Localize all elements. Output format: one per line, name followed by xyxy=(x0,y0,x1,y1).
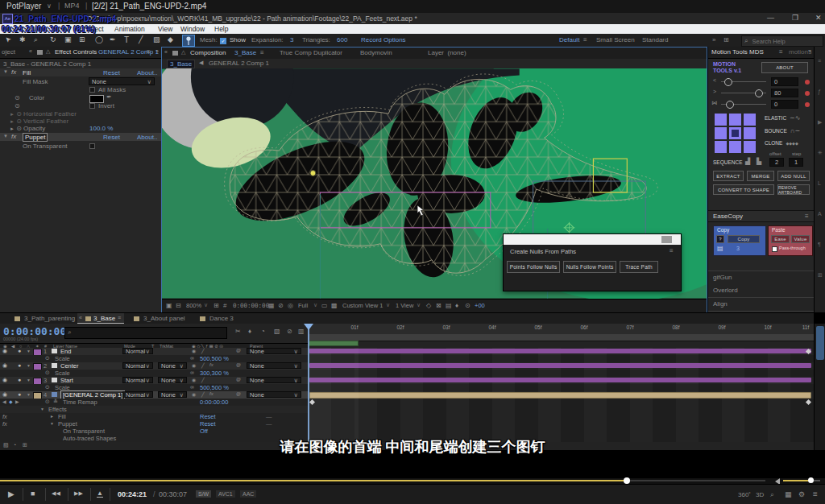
scale-value[interactable]: 500,500 % xyxy=(200,384,229,391)
resolution-value[interactable]: Full xyxy=(298,302,308,309)
ease-button[interactable]: Ease xyxy=(771,235,790,243)
eraser-tool-icon[interactable]: ◆ xyxy=(168,35,173,43)
anchor-bottom-right[interactable] xyxy=(744,141,756,153)
fast-previews-icon[interactable]: ⊠ xyxy=(436,302,442,309)
stopwatch-icon[interactable]: ⊙ xyxy=(45,384,50,390)
dock-info-icon[interactable]: ≡ xyxy=(818,58,821,64)
record-dot[interactable] xyxy=(805,91,810,96)
eyedropper-icon[interactable]: ✒ xyxy=(106,93,112,101)
anchor-bottom-left[interactable] xyxy=(715,141,727,153)
vr-360-button[interactable]: 360˚ xyxy=(738,491,751,498)
menu-view[interactable]: View xyxy=(158,25,172,33)
stamp-tool-icon[interactable]: ▨ xyxy=(153,35,160,43)
workspace-menu-icon[interactable]: ≡ xyxy=(583,36,587,43)
panel-menu-icon[interactable]: ≡ xyxy=(118,315,121,320)
stopwatch-icon[interactable]: ⊙ xyxy=(45,355,50,361)
roi-icon[interactable]: ▭ xyxy=(321,302,328,309)
playlist-search-icon[interactable]: ⌕ xyxy=(770,490,774,499)
anchor-top-center[interactable] xyxy=(729,114,741,126)
dock-effects-icon[interactable]: ✳ xyxy=(818,150,823,156)
timeline-tab-base[interactable]: « 3_Base ≡ xyxy=(77,313,124,324)
maximize-icon[interactable]: ❐ xyxy=(792,14,798,22)
tab-effect-controls[interactable]: Effect Controls xyxy=(55,48,97,56)
menu-animation[interactable]: Animation xyxy=(114,25,145,33)
chevron-down-icon[interactable]: ∨ xyxy=(47,2,52,10)
tab-composition[interactable]: Composition xyxy=(190,49,226,56)
points-follow-nulls-button[interactable]: Points Follow Nulls xyxy=(507,261,560,273)
scale-label[interactable]: Scale xyxy=(55,355,70,362)
puppet-effect-name[interactable]: Puppet xyxy=(23,133,48,142)
fill-effect-row[interactable]: ▼ fx Fill Reset About.. xyxy=(0,68,161,76)
breadcrumb-active[interactable]: 3_Base xyxy=(167,60,195,68)
keyframe-icon[interactable] xyxy=(806,399,811,405)
dialog-close-icon[interactable] xyxy=(661,236,672,243)
layer-bar-general-comp[interactable] xyxy=(309,392,811,399)
puppet-effect-row[interactable]: ▼ fx Puppet Reset About.. xyxy=(0,133,161,141)
timeline-scrollbar[interactable] xyxy=(814,324,825,450)
anchor-center[interactable] xyxy=(729,127,741,139)
fill-reset-link[interactable]: Reset xyxy=(200,413,216,420)
fill-reset-link[interactable]: Reset xyxy=(103,69,120,76)
parent-pickwhip-icon[interactable]: @ xyxy=(236,348,241,353)
keyframe-nav-next-icon[interactable]: ▶ xyxy=(15,399,19,404)
panel-overlord[interactable]: Overlord xyxy=(708,284,815,298)
trkmat-dropdown[interactable]: None∨ xyxy=(158,391,187,398)
record-dot[interactable] xyxy=(805,102,810,107)
panel-menu-icon[interactable]: ≡ xyxy=(805,213,809,220)
render-badge[interactable]: S/W xyxy=(196,490,211,498)
tab-close-icon[interactable]: « xyxy=(79,315,82,320)
rotate-tool-icon[interactable]: ↻ xyxy=(50,35,56,43)
puppet-reset-link[interactable]: Reset xyxy=(200,420,216,428)
dock-character-icon[interactable]: A xyxy=(818,211,822,217)
timeline-ruler[interactable]: 01f 02f 03f 04f 05f 06f 07f 08f 09f 10f … xyxy=(309,324,814,335)
scale-value[interactable]: 500,500 % xyxy=(200,355,229,362)
fill-row-label[interactable]: Fill xyxy=(58,413,66,420)
expansion-value[interactable]: 3 xyxy=(290,36,293,43)
track-row-center[interactable] xyxy=(309,362,814,370)
brush-tool-icon[interactable]: ╱ xyxy=(139,35,143,43)
slider1-value[interactable]: 0 xyxy=(771,77,798,86)
anchor-mid-left[interactable] xyxy=(715,127,727,139)
parent-dropdown[interactable]: None∨ xyxy=(247,377,301,383)
copy-help-button[interactable]: ? xyxy=(716,235,724,243)
trkmat-dropdown[interactable]: None∨ xyxy=(158,362,187,369)
trkmat-dropdown[interactable]: None∨ xyxy=(158,377,187,383)
record-options-link[interactable]: Record Options xyxy=(361,36,406,43)
layer-bar-end[interactable] xyxy=(309,349,811,353)
panel-gifgun[interactable]: gifGun xyxy=(708,271,815,285)
dock-audio-icon[interactable]: ƒ xyxy=(818,89,821,94)
tab-true-comp-duplicator[interactable]: True Comp Duplicator xyxy=(280,49,342,56)
solo-icon[interactable]: ● xyxy=(18,362,21,368)
layer-bar-center[interactable] xyxy=(309,363,811,368)
tab-composition-name[interactable]: 3_Base xyxy=(234,49,256,56)
mesh-show-checkbox[interactable]: ✓ xyxy=(219,37,227,45)
puppet-about-link[interactable]: About.. xyxy=(137,134,157,141)
layer-bar-start[interactable] xyxy=(309,378,811,382)
anchor-top-right[interactable] xyxy=(744,114,756,126)
video-3d-button[interactable]: 3D xyxy=(756,491,764,498)
show-snapshot-icon[interactable]: ⊟ xyxy=(176,302,181,309)
copy-button[interactable]: Copy xyxy=(728,235,760,243)
sequence-step-value[interactable]: 1 xyxy=(789,158,803,167)
link-icon[interactable]: ∞ xyxy=(190,384,194,390)
chevron-more-icon[interactable]: » xyxy=(155,48,159,54)
keyframe-nav-prev-icon[interactable]: ◀ xyxy=(2,399,6,404)
slider3-knob[interactable] xyxy=(726,101,734,109)
clone-button[interactable]: CLONE ◆◆◆◆ xyxy=(765,140,798,146)
about-button[interactable]: ABOUT xyxy=(761,62,808,73)
fill-about-link[interactable]: About.. xyxy=(137,69,157,76)
expand-arrow-icon[interactable]: ▼ xyxy=(27,378,31,382)
dock-tracker-icon[interactable]: ⊞ xyxy=(818,272,823,279)
stop-button[interactable]: ■ xyxy=(31,490,35,498)
mode-dropdown[interactable]: Normal∨ xyxy=(122,391,153,398)
expand-arrow-icon[interactable]: ► xyxy=(10,112,15,117)
link-icon[interactable]: ∞ xyxy=(190,355,194,361)
track-row-end[interactable] xyxy=(309,348,814,355)
expand-arrow-icon[interactable]: ▼ xyxy=(27,363,31,368)
video-codec-badge[interactable]: AVC1 xyxy=(216,490,235,498)
mode-dropdown[interactable]: Normal∨ xyxy=(122,377,153,383)
panel-menu-icon[interactable]: ≡ xyxy=(260,49,264,56)
view-layout[interactable]: Custom View 1 xyxy=(342,302,383,309)
expand-arrow-icon[interactable]: ▼ xyxy=(27,349,31,353)
panel-menu-icon[interactable]: ≡ xyxy=(779,48,783,56)
